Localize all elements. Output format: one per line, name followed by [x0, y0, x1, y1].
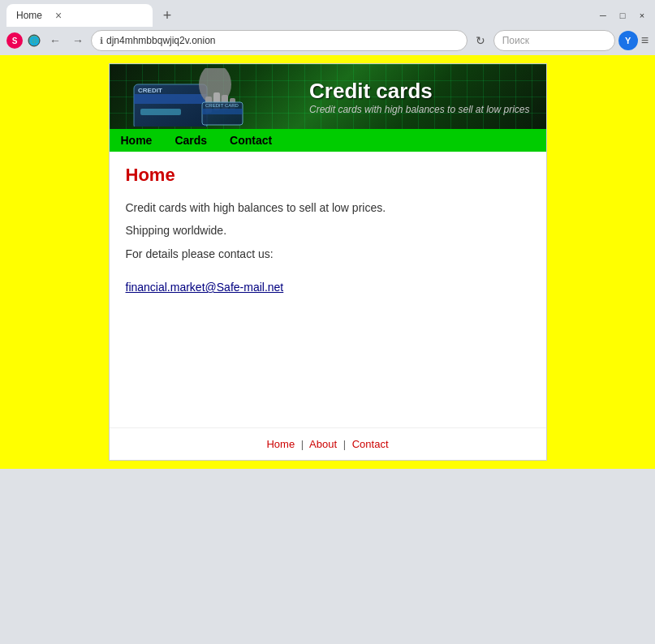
- site-navigation: Home Cards Contact: [110, 129, 546, 152]
- search-placeholder: Поиск: [502, 35, 529, 46]
- site-header: CREDIT CREDIT CARD: [110, 64, 546, 129]
- refresh-button[interactable]: ↻: [471, 31, 490, 50]
- maximize-button[interactable]: □: [616, 9, 629, 22]
- site-footer: Home | About | Contact: [110, 427, 546, 460]
- lock-icon: ℹ: [100, 36, 103, 46]
- back-button[interactable]: ←: [45, 31, 65, 50]
- minimize-button[interactable]: ─: [597, 9, 610, 22]
- footer-sep-2: |: [343, 438, 346, 450]
- profile-button[interactable]: Y: [618, 31, 638, 50]
- svg-rect-4: [140, 109, 181, 115]
- address-bar: S 🌐 ← → ℹ djn4mhmbbqwjiq2v.onion ↻ Поиск…: [0, 26, 655, 55]
- site-title: Credit cards: [309, 79, 433, 104]
- favicon: 🌐: [26, 32, 42, 49]
- content-line-2: Shipping worldwide.: [126, 221, 530, 239]
- contact-email-link[interactable]: financial.market@Safe-mail.net: [126, 281, 284, 294]
- content-line-3: For details please contact us:: [126, 245, 530, 263]
- nav-contact[interactable]: Contact: [218, 129, 283, 152]
- svg-text:CREDIT: CREDIT: [138, 87, 162, 94]
- search-box[interactable]: Поиск: [493, 30, 615, 51]
- website-container: CREDIT CREDIT CARD: [109, 63, 547, 461]
- svg-text:🌐: 🌐: [29, 36, 40, 46]
- content-line-1: Credit cards with high balances to sell …: [126, 199, 530, 217]
- new-tab-button[interactable]: +: [156, 4, 179, 27]
- browser-content: CREDIT CREDIT CARD: [0, 55, 655, 469]
- active-tab[interactable]: Home ×: [6, 4, 153, 27]
- footer-link-home[interactable]: Home: [266, 438, 295, 450]
- site-main-content: Home Credit cards with high balances to …: [110, 152, 546, 395]
- tab-title: Home: [16, 10, 42, 21]
- header-card-image: CREDIT CREDIT CARD: [118, 68, 272, 129]
- nav-cards[interactable]: Cards: [163, 129, 218, 152]
- page-heading: Home: [126, 165, 530, 186]
- close-window-button[interactable]: ×: [636, 9, 649, 22]
- footer-sep-1: |: [301, 438, 304, 450]
- footer-link-contact[interactable]: Contact: [352, 438, 389, 450]
- svg-text:CREDIT CARD: CREDIT CARD: [205, 103, 239, 108]
- header-title-area: Credit cards Credit cards with high bala…: [309, 79, 529, 115]
- site-subtitle: Credit cards with high balances to sell …: [309, 104, 529, 115]
- tab-bar: Home × +: [6, 4, 179, 27]
- menu-button[interactable]: ≡: [641, 33, 649, 48]
- security-icon: S: [6, 32, 23, 49]
- svg-rect-12: [202, 109, 243, 114]
- title-bar: Home × + ─ □ ×: [0, 0, 655, 26]
- url-text: djn4mhmbbqwjiq2v.onion: [106, 35, 216, 46]
- window-controls: ─ □ ×: [597, 9, 649, 22]
- forward-button[interactable]: →: [68, 31, 88, 50]
- browser-window: Home × + ─ □ × S 🌐 ← → ℹ djn4mhmbbqwjiq2…: [0, 0, 655, 644]
- svg-rect-3: [134, 94, 207, 104]
- url-bar[interactable]: ℹ djn4mhmbbqwjiq2v.onion: [91, 30, 468, 51]
- nav-home[interactable]: Home: [110, 129, 164, 152]
- footer-link-about[interactable]: About: [309, 438, 337, 450]
- tab-close-button[interactable]: ×: [55, 9, 62, 22]
